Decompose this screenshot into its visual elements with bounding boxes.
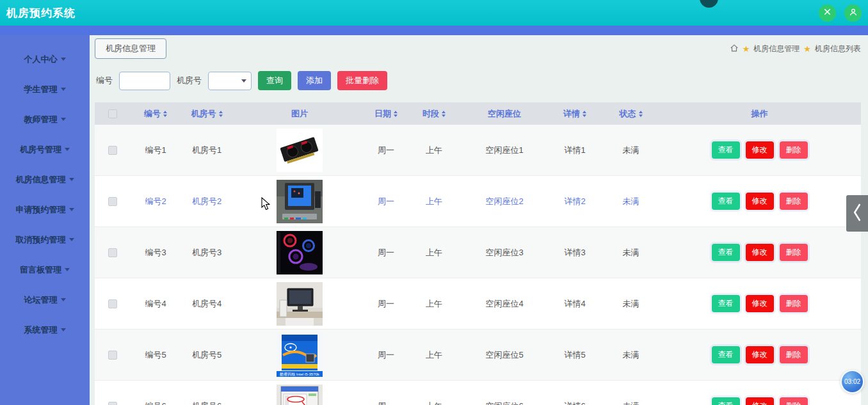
cell-room: 机房号6 [181, 401, 232, 405]
fullscreen-icon [823, 8, 832, 18]
cell-date: 周一 [367, 145, 405, 156]
room-filter-select[interactable] [208, 72, 252, 90]
sort-icon [394, 111, 398, 117]
sidebar-item-room-info-mgmt[interactable]: 机房信息管理 [0, 164, 90, 195]
desk-monitor-photo [277, 282, 323, 326]
sidebar-item-room-number-mgmt[interactable]: 机房号管理 [0, 134, 90, 164]
column-header-id[interactable]: 编号 [130, 108, 181, 120]
sidebar-item-student-mgmt[interactable]: 学生管理 [0, 74, 90, 104]
select-all-checkbox[interactable] [108, 109, 117, 118]
graphics-card-photo [277, 129, 323, 172]
recording-timer-badge: 03:02 [840, 370, 864, 393]
sidebar-item-personal-center[interactable]: 个人中心 [0, 44, 90, 74]
column-header-status[interactable]: 状态 [604, 108, 658, 120]
cell-status: 未满 [604, 349, 658, 361]
row-checkbox[interactable] [108, 351, 117, 360]
sidebar-item-label: 教师管理 [24, 114, 58, 125]
delete-button[interactable]: 删除 [780, 346, 808, 363]
modify-button[interactable]: 修改 [746, 244, 774, 261]
filter-bar: 编号 机房号 查询 添加 批量删除 [96, 71, 861, 90]
delete-button[interactable]: 删除 [780, 244, 808, 261]
delete-button[interactable]: 删除 [780, 141, 808, 159]
sidebar-item-label: 机房信息管理 [16, 174, 66, 186]
sidebar-item-teacher-mgmt[interactable]: 教师管理 [0, 104, 90, 134]
add-button[interactable]: 添加 [298, 71, 331, 90]
cell-detail: 详情3 [546, 247, 604, 258]
main-content: 机房信息管理 ★ 机房信息管理 ★ 机房信息列表 编号 机房号 查询 添加 批量… [90, 35, 868, 405]
cell-status: 未满 [604, 298, 658, 310]
delete-button[interactable]: 删除 [780, 397, 808, 405]
view-button[interactable]: 查看 [712, 244, 740, 261]
sort-icon [583, 111, 586, 117]
home-icon[interactable] [730, 44, 739, 54]
collapse-panel-button[interactable] [846, 195, 868, 232]
column-header-seats: 空闲座位 [463, 108, 546, 120]
table-row: 编号5 机房号5 酷睿四核 Intel i5-3570k 周一 上午 空闲座位5… [95, 330, 861, 381]
table-row: 编号1 机房号1 周一 上午 空闲座位1 详情1 未满 查看 修改 删除 [95, 125, 861, 176]
sidebar-item-label: 论坛管理 [24, 294, 58, 306]
sidebar-item-label: 留言板管理 [20, 264, 61, 276]
modify-button[interactable]: 修改 [746, 141, 774, 159]
sidebar-item-message-board-mgmt[interactable]: 留言板管理 [0, 255, 90, 285]
cell-id: 编号5 [130, 349, 181, 361]
modify-button[interactable]: 修改 [746, 346, 774, 363]
row-checkbox[interactable] [108, 299, 117, 308]
row-checkbox[interactable] [108, 146, 117, 155]
cell-period: 上午 [405, 298, 463, 310]
cell-detail: 详情5 [546, 349, 604, 361]
column-header-actions: 操作 [658, 108, 861, 120]
batch-delete-button[interactable]: 批量删除 [337, 71, 387, 90]
column-header-room[interactable]: 机房号 [181, 108, 232, 120]
cell-seats: 空闲座位3 [463, 247, 546, 258]
id-filter-input[interactable] [119, 72, 170, 90]
modify-button[interactable]: 修改 [746, 193, 774, 210]
star-icon: ★ [803, 45, 811, 53]
column-label: 详情 [563, 108, 580, 120]
chevron-down-icon [61, 118, 66, 121]
page-tab-room-info[interactable]: 机房信息管理 [95, 38, 166, 59]
cell-period: 上午 [405, 401, 463, 405]
user-button[interactable] [844, 4, 862, 22]
column-label: 空闲座位 [488, 108, 521, 120]
view-button[interactable]: 查看 [712, 397, 740, 405]
sidebar-item-system-mgmt[interactable]: 系统管理 [0, 315, 90, 345]
chevron-down-icon [61, 58, 66, 61]
breadcrumb-item[interactable]: 机房信息列表 [815, 44, 861, 54]
cell-period: 上午 [405, 247, 463, 258]
column-label: 操作 [751, 108, 768, 120]
column-header-period[interactable]: 时段 [405, 108, 463, 120]
topbar-actions [819, 4, 862, 22]
fullscreen-button[interactable] [819, 4, 836, 22]
cell-seats: 空闲座位4 [463, 298, 546, 310]
sidebar-item-forum-mgmt[interactable]: 论坛管理 [0, 285, 90, 315]
row-checkbox[interactable] [108, 197, 117, 206]
cell-seats: 空闲座位5 [463, 349, 546, 361]
column-label: 时段 [422, 108, 439, 120]
chevron-down-icon [69, 208, 74, 211]
breadcrumb-item[interactable]: 机房信息管理 [753, 44, 800, 54]
delete-button[interactable]: 删除 [780, 295, 808, 312]
chevron-down-icon [61, 328, 66, 331]
column-header-detail[interactable]: 详情 [546, 108, 604, 120]
timer-value: 03:02 [844, 378, 860, 385]
column-header-date[interactable]: 日期 [367, 108, 405, 120]
view-button[interactable]: 查看 [712, 193, 740, 210]
view-button[interactable]: 查看 [712, 346, 740, 363]
view-button[interactable]: 查看 [712, 141, 740, 159]
sort-icon [639, 111, 643, 117]
view-button[interactable]: 查看 [712, 295, 740, 312]
cell-seats: 空闲座位1 [463, 145, 546, 156]
row-checkbox[interactable] [108, 402, 117, 405]
column-label: 日期 [374, 108, 391, 120]
modify-button[interactable]: 修改 [746, 295, 774, 312]
cell-detail: 详情1 [546, 145, 604, 156]
sidebar-item-label: 个人中心 [24, 54, 58, 65]
cell-date: 周一 [367, 298, 405, 310]
search-button[interactable]: 查询 [258, 71, 291, 90]
delete-button[interactable]: 删除 [780, 193, 808, 210]
sidebar-item-label: 系统管理 [24, 324, 58, 336]
row-checkbox[interactable] [108, 248, 117, 257]
modify-button[interactable]: 修改 [746, 397, 774, 405]
sidebar-item-cancel-reservation-mgmt[interactable]: 取消预约管理 [0, 225, 90, 255]
sidebar-item-apply-reservation-mgmt[interactable]: 申请预约管理 [0, 195, 90, 225]
